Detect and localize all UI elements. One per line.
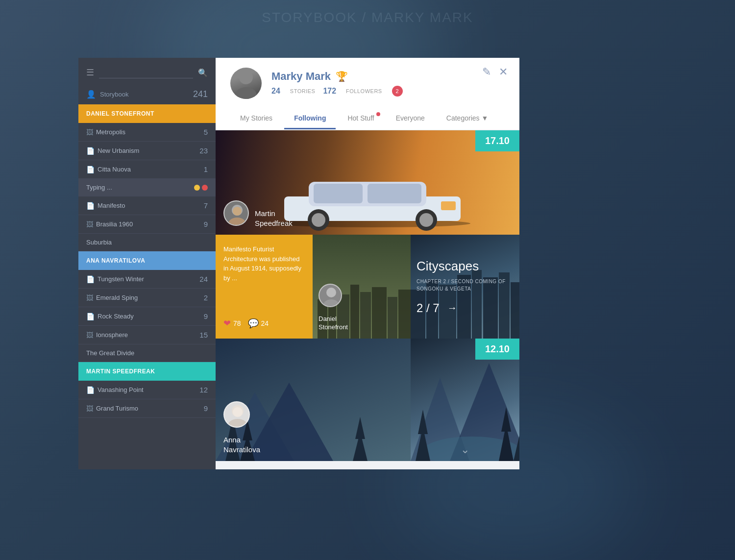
sidebar-item-new-urbanism[interactable]: 📄 New Urbanism 23 xyxy=(78,142,216,160)
item-label: Rock Steady xyxy=(98,313,202,320)
card1-author-avatar xyxy=(223,200,249,226)
tab-categories[interactable]: Categories ▼ xyxy=(437,107,498,129)
tab-everyone[interactable]: Everyone xyxy=(386,107,435,129)
header-actions: ✎ ✕ xyxy=(482,66,508,78)
winter-author-avatar xyxy=(223,401,250,428)
card1-author-info: MartinSpeedfreak xyxy=(255,209,293,228)
cityscapes-title: Cityscapes xyxy=(416,259,510,274)
trophy-icon: 🏆 xyxy=(336,71,348,82)
section-header-ana: ANA NAVRATILOVA xyxy=(78,251,216,270)
item-count: 23 xyxy=(199,146,208,155)
card-yellow[interactable]: Manifesto Futurist Architecture was publ… xyxy=(216,235,313,339)
storybook-row: 👤 Storybook 241 xyxy=(78,84,216,104)
chevron-down-icon: ▼ xyxy=(482,114,489,122)
sidebar-item-suburbia[interactable]: Suburbia xyxy=(78,234,216,251)
svg-rect-6 xyxy=(368,184,421,203)
cards-area: MartinSpeedfreak 17.10 Manifesto Futuris… xyxy=(216,130,519,469)
item-label: Emerald Sping xyxy=(96,294,202,301)
item-count: 5 xyxy=(204,128,208,136)
item-label: Tungsten Winter xyxy=(98,275,197,283)
item-count: 12 xyxy=(199,386,208,394)
doc-icon: 📄 xyxy=(86,275,95,283)
card-row-1: MartinSpeedfreak 17.10 xyxy=(216,130,519,235)
doc-icon: 📄 xyxy=(86,386,95,394)
tab-my-stories[interactable]: My Stories xyxy=(230,107,282,129)
profile-name: Marky Mark 🏆 xyxy=(271,70,505,83)
item-label: Brasilia 1960 xyxy=(96,220,202,228)
search-input[interactable] xyxy=(99,67,193,78)
svg-point-14 xyxy=(233,207,242,216)
card-city[interactable]: Daniel Stonefront xyxy=(313,235,411,339)
profile-info: Marky Mark 🏆 24 STORIES 172 FOLLOWERS 2 xyxy=(271,70,505,97)
dot-yellow xyxy=(194,185,200,191)
card-winter-right[interactable]: 12.10 ⌄ xyxy=(411,339,519,461)
followers-count: 172 xyxy=(323,87,336,96)
profile-header: Marky Mark 🏆 24 STORIES 172 FOLLOWERS 2 … xyxy=(216,58,519,107)
card-car[interactable]: MartinSpeedfreak 17.10 xyxy=(216,130,519,235)
search-icon[interactable]: 🔍 xyxy=(198,68,208,77)
arrow-right-icon: → xyxy=(447,302,457,314)
sidebar-item-manifesto[interactable]: 📄 Manifesto 7 xyxy=(78,196,216,215)
comments-stat: 💬 24 xyxy=(248,318,269,329)
svg-rect-19 xyxy=(350,285,359,339)
svg-rect-22 xyxy=(388,297,397,339)
svg-rect-23 xyxy=(398,290,411,339)
card-cityscapes[interactable]: Cityscapes CHAPTER 2 / SECOND COMING OF … xyxy=(411,235,519,339)
image-icon: 🖼 xyxy=(86,331,93,339)
svg-rect-20 xyxy=(360,292,371,339)
typing-dots xyxy=(194,185,208,191)
background-text: STORYBOOK / MARKY MARK xyxy=(262,10,473,25)
city-author-name: Daniel Stonefront xyxy=(318,315,348,332)
sidebar-item-grand-turismo[interactable]: 🖼 Grand Turismo 9 xyxy=(78,399,216,418)
sidebar-item-brasilia[interactable]: 🖼 Brasilia 1960 9 xyxy=(78,215,216,234)
sidebar-item-rock-steady[interactable]: 📄 Rock Steady 9 xyxy=(78,307,216,326)
city-author-avatar xyxy=(318,284,342,307)
image-icon: 🖼 xyxy=(86,405,93,413)
item-label: Typing ... xyxy=(86,184,194,191)
sidebar-item-metropolis[interactable]: 🖼 Metropolis 5 xyxy=(78,123,216,142)
tab-following[interactable]: Following xyxy=(284,107,336,129)
user-icon: 👤 xyxy=(86,90,96,99)
heart-icon: ❤ xyxy=(223,318,231,329)
edit-button[interactable]: ✎ xyxy=(482,66,491,78)
doc-icon: 📄 xyxy=(86,147,95,155)
svg-point-10 xyxy=(419,213,433,227)
likes-stat: ❤ 78 xyxy=(223,318,241,329)
svg-rect-5 xyxy=(314,184,363,203)
sidebar-item-emerald-sping[interactable]: 🖼 Emerald Sping 2 xyxy=(78,289,216,307)
sidebar: ☰ 🔍 👤 Storybook 241 DANIEL STONEFRONT 🖼 … xyxy=(78,58,216,469)
sidebar-item-ionosphere[interactable]: 🖼 Ionosphere 15 xyxy=(78,326,216,344)
item-label: Metropolis xyxy=(96,128,202,136)
sidebar-item-vanashing-point[interactable]: 📄 Vanashing Point 12 xyxy=(78,381,216,399)
storybook-label: Storybook xyxy=(100,91,193,98)
sidebar-item-tungsten-winter[interactable]: 📄 Tungsten Winter 24 xyxy=(78,270,216,289)
hot-dot xyxy=(376,112,380,116)
msg-badge[interactable]: 2 xyxy=(392,86,403,97)
item-label: Citta Nuova xyxy=(98,166,202,173)
doc-icon: 📄 xyxy=(86,313,95,320)
svg-point-0 xyxy=(239,71,253,84)
winter-author-name: Anna Navratilova xyxy=(223,435,260,454)
card-row-2: Manifesto Futurist Architecture was publ… xyxy=(216,235,519,339)
cityscapes-sub: CHAPTER 2 / SECOND COMING OF SONGOKU & V… xyxy=(416,278,510,292)
comment-icon: 💬 xyxy=(248,318,259,329)
card-row-3: Anna Navratilova xyxy=(216,339,519,461)
svg-marker-41 xyxy=(355,417,365,439)
tab-hot-stuff[interactable]: Hot Stuff xyxy=(338,107,384,129)
card-winter-left[interactable]: Anna Navratilova xyxy=(216,339,411,461)
tabs-bar: My Stories Following Hot Stuff Everyone … xyxy=(216,107,519,130)
image-icon: 🖼 xyxy=(86,220,93,228)
hamburger-icon[interactable]: ☰ xyxy=(86,67,94,78)
sidebar-item-citta-nuova[interactable]: 📄 Citta Nuova 1 xyxy=(78,160,216,179)
item-count: 9 xyxy=(204,312,208,320)
svg-point-44 xyxy=(233,407,243,417)
scroll-down-icon[interactable]: ⌄ xyxy=(461,443,469,456)
followers-label: FOLLOWERS xyxy=(346,88,382,94)
sidebar-item-typing[interactable]: Typing ... xyxy=(78,179,216,196)
item-label: New Urbanism xyxy=(98,147,197,154)
sidebar-item-the-great-divide[interactable]: The Great Divide xyxy=(78,344,216,362)
cityscapes-progress: 2 / 7 → xyxy=(416,301,510,315)
item-count: 9 xyxy=(204,404,208,413)
image-icon: 🖼 xyxy=(86,128,93,136)
close-button[interactable]: ✕ xyxy=(499,66,508,78)
